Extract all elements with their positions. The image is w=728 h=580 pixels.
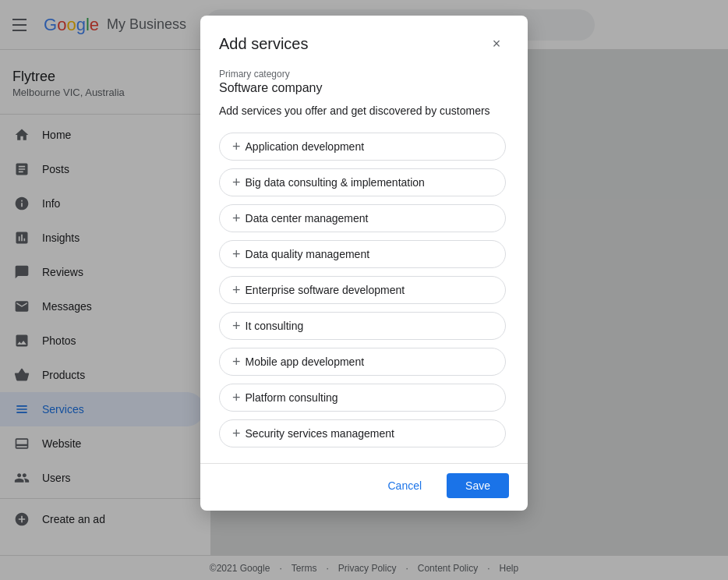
service-chip-security-services[interactable]: +Security services management	[219, 419, 506, 447]
service-chip-data-quality[interactable]: +Data quality management	[219, 240, 506, 268]
services-list: +Application development+Big data consul…	[219, 129, 509, 451]
add-services-modal: Add services × Primary category Software…	[200, 16, 528, 511]
service-chip-it-consulting[interactable]: +It consulting	[219, 312, 506, 340]
primary-category-label: Primary category	[219, 69, 509, 80]
service-chip-enterprise-sw[interactable]: +Enterprise software development	[219, 276, 506, 304]
modal-footer: Cancel Save	[200, 463, 528, 511]
modal-description: Add services you offer and get discovere…	[219, 104, 509, 117]
chip-label: Data center management	[246, 212, 369, 225]
service-chip-platform-consulting[interactable]: +Platform consulting	[219, 384, 506, 412]
chip-plus-icon: +	[232, 319, 241, 333]
chip-plus-icon: +	[232, 283, 241, 297]
modal-title: Add services	[219, 35, 309, 53]
modal-header: Add services ×	[200, 16, 528, 56]
service-chip-app-dev[interactable]: +Application development	[219, 133, 506, 161]
save-button[interactable]: Save	[447, 473, 509, 498]
service-chip-big-data[interactable]: +Big data consulting & implementation	[219, 168, 506, 196]
chip-plus-icon: +	[232, 355, 241, 369]
modal-close-button[interactable]: ×	[484, 31, 509, 56]
chip-plus-icon: +	[232, 140, 241, 154]
modal-body: Primary category Software company Add se…	[200, 56, 528, 463]
chip-label: Enterprise software development	[246, 284, 405, 296]
chip-label: Mobile app development	[246, 355, 365, 368]
chip-plus-icon: +	[232, 247, 241, 261]
cancel-button[interactable]: Cancel	[369, 473, 440, 498]
chip-label: Security services management	[246, 427, 394, 440]
modal-overlay: Add services × Primary category Software…	[0, 0, 728, 580]
service-chip-mobile-app[interactable]: +Mobile app development	[219, 348, 506, 376]
chip-plus-icon: +	[232, 426, 241, 440]
chip-label: Application development	[246, 140, 365, 153]
chip-label: Big data consulting & implementation	[246, 176, 425, 189]
chip-plus-icon: +	[232, 175, 241, 189]
chip-plus-icon: +	[232, 211, 241, 225]
primary-category-value: Software company	[219, 81, 509, 95]
chip-plus-icon: +	[232, 391, 241, 405]
chip-label: It consulting	[246, 320, 304, 332]
service-chip-data-center[interactable]: +Data center management	[219, 204, 506, 232]
chip-label: Data quality management	[246, 248, 370, 260]
chip-label: Platform consulting	[246, 391, 338, 404]
